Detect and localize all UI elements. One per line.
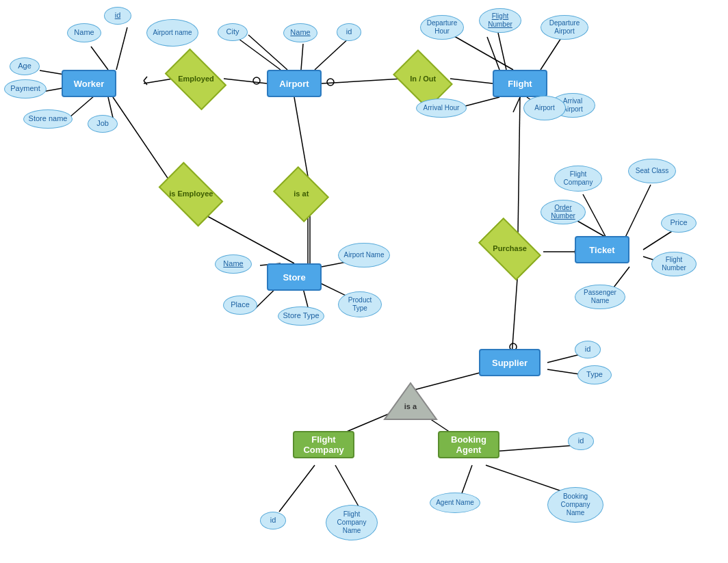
- svg-point-8: [253, 77, 260, 84]
- entity-flight-label: Flight: [508, 79, 532, 89]
- attr-worker-age: Age: [10, 57, 40, 75]
- attr-worker-job: Job: [88, 115, 118, 133]
- svg-line-20: [513, 97, 520, 112]
- er-diagram-canvas: is a Worker Airport Flight Store Ticket …: [0, 0, 728, 563]
- entity-booking-agent[interactable]: BookingAgent: [438, 431, 499, 458]
- svg-line-49: [279, 465, 315, 512]
- attr-airport-name: Name: [283, 23, 317, 42]
- svg-line-32: [518, 97, 520, 234]
- entity-airport-label: Airport: [279, 79, 309, 89]
- attr-flight-arrivalhour: Arrival Hour: [416, 99, 467, 118]
- entity-flight[interactable]: Flight: [493, 70, 547, 97]
- relationship-isat-label: is at: [294, 189, 309, 198]
- attr-store-name: Name: [215, 254, 252, 274]
- attr-airport-id: id: [337, 23, 361, 41]
- svg-point-10: [327, 79, 334, 86]
- svg-line-0: [116, 27, 127, 70]
- entity-worker[interactable]: Worker: [62, 70, 116, 97]
- svg-line-17: [498, 33, 506, 70]
- svg-marker-57: [385, 383, 437, 419]
- attr-ticket-ordernumber: OrderNumber: [541, 200, 586, 224]
- attr-ticket-seatclass: Seat Class: [628, 159, 676, 183]
- attr-ba-agentname: Agent Name: [430, 493, 480, 513]
- svg-line-55: [144, 77, 147, 81]
- entity-flight-company-label: FlightCompany: [303, 434, 343, 455]
- attr-worker-name: Name: [67, 23, 101, 42]
- attr-flight-departurehour: DepartureHour: [420, 15, 464, 40]
- entity-booking-agent-label: BookingAgent: [451, 434, 486, 455]
- entity-supplier[interactable]: Supplier: [479, 349, 541, 376]
- svg-line-12: [236, 37, 281, 70]
- entity-store[interactable]: Store: [267, 263, 322, 291]
- entity-flight-company[interactable]: FlightCompany: [293, 431, 354, 458]
- svg-line-52: [461, 465, 472, 495]
- attr-worker-id: id: [104, 7, 131, 25]
- attr-ticket-flightcompany: FlightCompany: [554, 166, 602, 192]
- relationship-inout-label: In / Out: [410, 75, 436, 83]
- svg-text:is a: is a: [404, 402, 417, 410]
- svg-line-13: [248, 35, 287, 70]
- svg-line-23: [294, 97, 308, 176]
- attr-fc-id: id: [260, 512, 286, 529]
- svg-line-1: [91, 47, 108, 70]
- attr-worker-storename: Store name: [23, 109, 73, 129]
- attr-ticket-price: Price: [661, 213, 697, 233]
- isa-symbol: is a: [383, 382, 438, 423]
- relationship-isemployee-label: is Employee: [169, 189, 213, 198]
- attr-store-storetype: Store Type: [278, 306, 324, 326]
- attr-airport-city: City: [218, 23, 248, 41]
- attr-store-airportname: Airport Name: [338, 243, 390, 267]
- svg-line-37: [623, 185, 651, 243]
- attr-store-producttype: ProductType: [338, 291, 382, 317]
- attr-ticket-flightnumber: FlightNumber: [651, 252, 697, 276]
- attr-flight-departureairport: DepartureAirport: [541, 15, 588, 40]
- attr-fc-name: FlightCompanyName: [326, 505, 378, 540]
- attr-airport-airportname: Airport name: [146, 19, 198, 47]
- relationship-employed-label: Employed: [178, 75, 214, 83]
- attr-flight-flightnumber: FlightNumber: [479, 8, 521, 33]
- entity-store-label: Store: [283, 272, 305, 283]
- svg-line-42: [512, 270, 518, 356]
- entity-ticket[interactable]: Ticket: [575, 236, 629, 263]
- attr-ba-bookingcompanyname: BookingCompanyName: [547, 487, 603, 523]
- attr-ticket-passengername: PassengerName: [575, 285, 625, 309]
- attr-ba-id: id: [568, 432, 594, 450]
- svg-line-11: [450, 79, 493, 83]
- attr-airport-2: Airport: [523, 96, 566, 120]
- svg-line-50: [335, 465, 359, 506]
- svg-line-14: [301, 44, 303, 70]
- attr-supplier-type: Type: [577, 365, 612, 384]
- attr-worker-payment: Payment: [4, 79, 47, 99]
- entity-ticket-label: Ticket: [589, 245, 614, 255]
- entity-airport[interactable]: Airport: [267, 70, 322, 97]
- entity-worker-label: Worker: [74, 79, 105, 89]
- svg-line-16: [487, 37, 499, 70]
- entity-supplier-label: Supplier: [492, 358, 528, 368]
- attr-supplier-id: id: [575, 341, 601, 358]
- svg-line-24: [200, 212, 294, 263]
- svg-line-6: [144, 79, 173, 83]
- svg-line-22: [113, 97, 173, 186]
- attr-store-place: Place: [223, 296, 257, 315]
- relationship-purchase-label: Purchase: [493, 244, 527, 253]
